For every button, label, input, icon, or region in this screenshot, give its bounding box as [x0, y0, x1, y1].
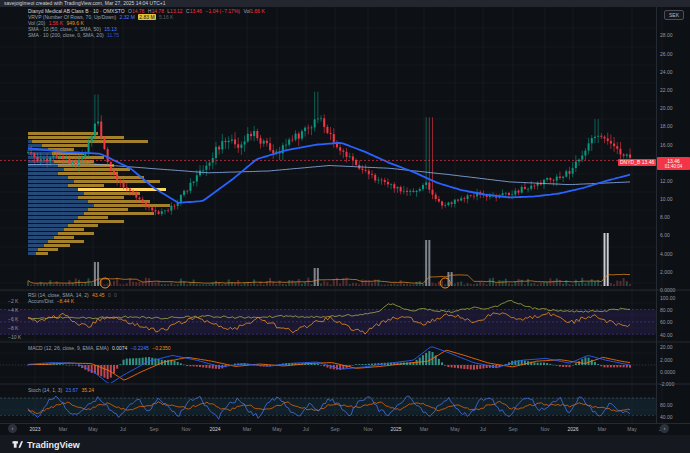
macd-legend[interactable]: MACD (12, 26, close, 9, EMA, EMA) 0.0074…: [28, 345, 171, 351]
vrvp-poc-value: 2.83 M: [138, 14, 155, 20]
close-value: 13.46: [190, 8, 203, 14]
price-axis-label: 2.000: [660, 269, 673, 275]
time-axis-month-label: Mar: [598, 426, 607, 432]
stoch-legend[interactable]: Stoch (14, 1, 3) 23.67 35.24: [28, 387, 94, 393]
accum-dist-value: −8.44 K: [57, 298, 74, 304]
main-legend[interactable]: Dianyd Medical AB Class B · 10 · OMXSTO …: [28, 8, 265, 38]
tradingview-brand[interactable]: TradingView: [12, 439, 80, 450]
time-axis-month-label: May: [88, 426, 97, 432]
price-axis-label: 16.00: [660, 142, 673, 148]
symbol-ticker: DNYD_B: [620, 159, 640, 165]
macd-hist-value: 0.0074: [112, 345, 127, 351]
macd-axis-label: 2.000: [660, 357, 673, 363]
symbol-price-flag: DNYD_B 13.46: [618, 159, 656, 166]
price-axis-label: 20.00: [660, 105, 673, 111]
time-axis-month-label: Nov: [541, 426, 550, 432]
rsi-upper: 0: [108, 292, 111, 298]
accum-dist-axis-label: −8 K: [8, 325, 18, 331]
time-axis-month-label: Sep: [331, 426, 340, 432]
time-axis-month-label: Sep: [150, 426, 159, 432]
time-axis-month-label: May: [272, 426, 281, 432]
price-axis-divider: [656, 7, 657, 423]
price-axis-label: 18.00: [660, 123, 673, 129]
rsi-value: 43.45: [92, 292, 105, 298]
time-axis-year-label: 2024: [209, 426, 220, 432]
macd-axis-label: 0.0000: [660, 369, 675, 375]
price-axis-label: 12.00: [660, 178, 673, 184]
rsi-axis-label: 100.00: [660, 295, 675, 301]
attribution-bar: savejoiglmeoi created with TradingView.c…: [0, 0, 690, 7]
accum-dist-title[interactable]: Accum/Dist: [28, 298, 53, 304]
rsi-axis-label: 20.00: [660, 344, 673, 350]
price-axis-label: 28.00: [660, 32, 673, 38]
price-axis-label: 10.00: [660, 196, 673, 202]
time-axis[interactable]: 2023MarMayJulSepNov2024MarMayJulSepNov20…: [0, 423, 690, 435]
time-axis-year-label: 2025: [390, 426, 401, 432]
brand-name: TradingView: [27, 440, 80, 450]
stoch-axis-label: 40.00: [660, 414, 673, 420]
tradingview-window: savejoiglmeoi created with TradingView.c…: [0, 0, 690, 453]
scroll-left-button[interactable]: ‹: [8, 424, 17, 433]
footer-bar: TradingView: [0, 435, 690, 453]
chart-area[interactable]: 28.0026.0024.0022.0020.0018.0016.0014.00…: [0, 7, 690, 423]
price-axis-label: 0.0000: [660, 287, 675, 293]
price-axis-label: 22.00: [660, 87, 673, 93]
attribution-text: savejoiglmeoi created with TradingView.c…: [4, 0, 166, 6]
time-axis-year-label: 2023: [29, 426, 40, 432]
time-axis-month-label: Mar: [420, 426, 429, 432]
rsi-lower: 0: [114, 292, 117, 298]
scroll-right-button[interactable]: ›: [660, 424, 669, 433]
time-axis-month-label: Jul: [120, 426, 126, 432]
symbol-last-price: 13.46: [642, 159, 655, 165]
macd-signal-value: −0.2350: [152, 345, 170, 351]
sma200-title[interactable]: SMA · 10 (200, close, 0, SMA, 20): [28, 32, 104, 38]
vrvp-down-value: 5.16 K: [159, 14, 173, 20]
accum-dist-axis-label: −2 K: [8, 298, 18, 304]
price-axis-label: 24.00: [660, 69, 673, 75]
price-axis-label: 8.00: [660, 214, 670, 220]
chart-canvas[interactable]: [0, 7, 690, 423]
price-axis-label: 6.00: [660, 232, 670, 238]
time-axis-month-label: Jul: [480, 426, 486, 432]
rsi-legend[interactable]: RSI (14, close, SMA, 14, 2) 43.45 0 0 Ac…: [28, 292, 117, 304]
bar-countdown: 01:40:04: [657, 164, 690, 169]
time-axis-month-label: Mar: [59, 426, 68, 432]
time-axis-month-label: Jul: [303, 426, 309, 432]
time-axis-month-label: Sep: [509, 426, 518, 432]
currency-toggle[interactable]: SEK: [664, 10, 684, 20]
stoch-d-value: 35.24: [81, 387, 94, 393]
macd-title[interactable]: MACD (12, 26, close, 9, EMA, EMA): [28, 345, 109, 351]
time-axis-month-label: Mar: [243, 426, 252, 432]
stoch-k-value: 23.67: [66, 387, 79, 393]
sma200-value: 11.75: [107, 32, 119, 38]
time-axis-month-label: Nov: [364, 426, 373, 432]
volume-value: 1.66 K: [250, 8, 264, 14]
accum-dist-axis-label: −6 K: [8, 316, 18, 322]
accum-dist-axis-label: −10 K: [8, 334, 21, 340]
price-axis-label: 26.00: [660, 51, 673, 57]
last-price-axis-tag: 13.46 01:40:04: [657, 157, 690, 170]
macd-axis-label: -2.000: [660, 381, 674, 387]
time-axis-year-label: 2026: [567, 426, 578, 432]
stoch-axis-label: 80.00: [660, 402, 673, 408]
price-axis-label: 4.000: [660, 251, 673, 257]
macd-line-value: −0.2245: [131, 345, 149, 351]
stoch-title[interactable]: Stoch (14, 1, 3): [28, 387, 62, 393]
time-axis-month-label: May: [627, 426, 636, 432]
tradingview-logo-icon: [12, 439, 23, 450]
accum-dist-axis-label: −4 K: [8, 307, 18, 313]
vrvp-up-value: 2.32 M: [120, 14, 135, 20]
rsi-axis-label: 60.00: [660, 319, 673, 325]
time-axis-month-label: Nov: [182, 426, 191, 432]
rsi-axis-label: 40.00: [660, 332, 673, 338]
legend-sma200-row[interactable]: SMA · 10 (200, close, 0, SMA, 20) 11.75: [28, 32, 265, 38]
rsi-axis-label: 80.00: [660, 307, 673, 313]
change-value: −1.04 (−7.17%): [206, 8, 240, 14]
time-axis-month-label: May: [450, 426, 459, 432]
